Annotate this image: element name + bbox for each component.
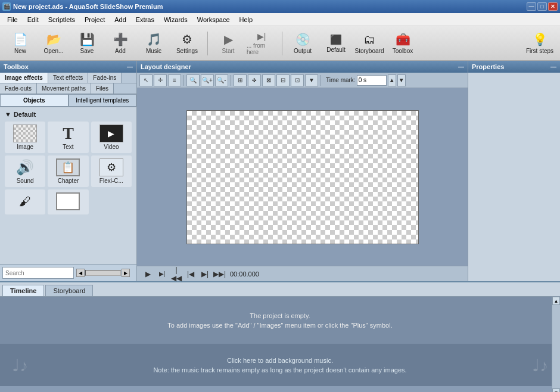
fade-outs-tab[interactable]: Fade-outs [0, 83, 37, 94]
intelligent-templates-tab[interactable]: Intelligent templates [69, 94, 137, 107]
minimize-button[interactable]: — [527, 2, 536, 11]
move-tool-button[interactable]: ✛ [154, 74, 167, 86]
search-input[interactable] [2, 267, 74, 279]
first-steps-button[interactable]: 💡 First steps [524, 29, 555, 58]
storyboard-tab[interactable]: Storyboard [45, 285, 93, 296]
menu-edit[interactable]: Edit [23, 15, 43, 24]
music-notes-left-icon: ♩♪ [12, 356, 28, 375]
add-label: Add [115, 48, 126, 54]
from-here-button[interactable]: ▶| ... from here [246, 29, 277, 58]
new-icon: 📄 [13, 32, 28, 46]
image-object[interactable]: Image [5, 122, 45, 153]
lt-sep-1 [183, 75, 184, 86]
zoom-select-button[interactable]: 🔍 [186, 74, 200, 86]
output-label: Output [294, 48, 312, 54]
toolbox-icon: 🧰 [396, 32, 410, 46]
menu-file[interactable]: File [2, 15, 23, 24]
more-button[interactable]: ▼ [305, 74, 318, 86]
settings-button[interactable]: ⚙ Settings [172, 29, 203, 58]
fade-ins-tab[interactable]: Fade-ins [88, 73, 122, 83]
sound-object[interactable]: 🔊 Sound [5, 155, 45, 187]
add-button[interactable]: ➕ Add [105, 29, 136, 58]
layout-designer-minimize-button[interactable]: — [458, 64, 464, 70]
empty-project-message: The project is empty. To add images use … [0, 297, 560, 344]
playback-time: 00:00.000 [230, 270, 259, 278]
files-tab[interactable]: Files [91, 83, 114, 94]
time-mark-up-button[interactable]: ▲ [388, 74, 396, 86]
fit-button[interactable]: ⊡ [291, 74, 304, 86]
toolbox-minimize-button[interactable]: — [127, 64, 133, 70]
play-from-button[interactable]: ▶| [156, 270, 168, 277]
extra-object-2[interactable] [48, 189, 88, 214]
scroll-track[interactable] [552, 305, 560, 388]
group-header[interactable]: ▼ Default [2, 110, 134, 119]
timeline-tab[interactable]: Timeline [2, 285, 44, 296]
toolbox-search-area: ◀ ▶ [0, 264, 136, 281]
text-label: Text [63, 144, 73, 150]
text-object[interactable]: T Text [48, 122, 88, 153]
menu-help[interactable]: Help [235, 15, 258, 24]
storyboard-button[interactable]: 🗂 Storyboard [354, 29, 385, 58]
menu-wizards[interactable]: Wizards [159, 15, 192, 24]
open-button[interactable]: 📂 Open... [38, 29, 69, 58]
properties-minimize-button[interactable]: — [550, 64, 556, 70]
start-label: Start [222, 48, 234, 54]
zoom-out-button[interactable]: 🔍- [215, 74, 228, 86]
prev-frame-button[interactable]: |◀ [185, 270, 197, 278]
chapter-icon: 📋 [56, 158, 80, 176]
music-area[interactable]: ♩♪ Click here to add background music. N… [0, 344, 560, 386]
scroll-left-button[interactable]: ◀ [76, 269, 85, 277]
time-mark-down-button[interactable]: ▼ [397, 74, 406, 86]
menu-add[interactable]: Add [110, 15, 131, 24]
skip-end-button[interactable]: ▶▶| [213, 270, 225, 278]
scroll-down-button[interactable]: ▼ [552, 388, 560, 392]
image-effects-tab[interactable]: Image effects [0, 73, 48, 83]
collapse-icon: ▼ [5, 111, 11, 118]
close-button[interactable]: ✕ [548, 2, 558, 11]
distribute-button[interactable]: ⊟ [276, 74, 290, 86]
align-button[interactable]: ⊠ [262, 74, 275, 86]
new-label: New [14, 48, 26, 54]
toolbox-button[interactable]: 🧰 Toolbox [387, 29, 418, 58]
objects-grid: Image T Text ▶ Video 🔊 Sound 📋 [2, 119, 134, 217]
menu-project[interactable]: Project [80, 15, 110, 24]
align-left-button[interactable]: ≡ [168, 74, 181, 86]
menu-extras[interactable]: Extras [131, 15, 159, 24]
start-button[interactable]: ▶ Start [213, 29, 244, 58]
playback-bar: ▶ ▶| |◀◀ |◀ ▶| ▶▶| 00:00.000 [137, 266, 468, 281]
flexi-object[interactable]: ⚙ Flexi-C... [91, 155, 132, 187]
text-effects-tab[interactable]: Text effects [48, 73, 88, 83]
snap-button[interactable]: ✤ [248, 74, 261, 86]
window-title: New project.ads - AquaSoft SlideShow Pre… [13, 3, 163, 10]
title-bar: 🎬 New project.ads - AquaSoft SlideShow P… [0, 0, 560, 13]
scroll-up-button[interactable]: ▲ [552, 297, 560, 305]
movement-paths-tab[interactable]: Movement paths [37, 83, 91, 94]
objects-tab[interactable]: Objects [0, 94, 69, 107]
menu-workspace[interactable]: Workspace [192, 15, 235, 24]
extra-object-1[interactable]: 🖌 [5, 189, 45, 214]
output-button[interactable]: 💿 Output [287, 29, 318, 58]
time-mark-input[interactable] [357, 75, 387, 86]
play-button[interactable]: ▶ [142, 270, 154, 278]
bottom-tabs: Timeline Storyboard [0, 282, 560, 297]
chapter-label: Chapter [58, 178, 79, 184]
chapter-object[interactable]: 📋 Chapter [48, 155, 88, 187]
next-frame-button[interactable]: ▶| [199, 270, 211, 278]
default-button[interactable]: ⬛ Default [321, 29, 351, 58]
rect-icon [56, 192, 80, 210]
grid-button[interactable]: ⊞ [234, 74, 247, 86]
scroll-right-button[interactable]: ▶ [122, 269, 130, 277]
skip-start-button[interactable]: |◀◀ [170, 266, 182, 282]
maximize-button[interactable]: □ [537, 2, 547, 11]
save-button[interactable]: 💾 Save [71, 29, 102, 58]
layout-designer: Layout designer — ↖ ✛ ≡ 🔍 🔍+ 🔍- ⊞ ✤ ⊠ ⊟ … [137, 61, 468, 281]
pointer-tool-button[interactable]: ↖ [139, 74, 153, 86]
video-object[interactable]: ▶ Video [91, 122, 132, 153]
storyboard-label: Storyboard [355, 48, 384, 54]
new-button[interactable]: 📄 New [5, 29, 36, 58]
music-button[interactable]: 🎵 Music [138, 29, 169, 58]
zoom-in-button[interactable]: 🔍+ [201, 74, 214, 86]
time-mark-label: Time mark: [326, 77, 356, 83]
menu-scriptlets[interactable]: Scriptlets [43, 15, 80, 24]
menu-bar: File Edit Scriptlets Project Add Extras … [0, 13, 560, 26]
